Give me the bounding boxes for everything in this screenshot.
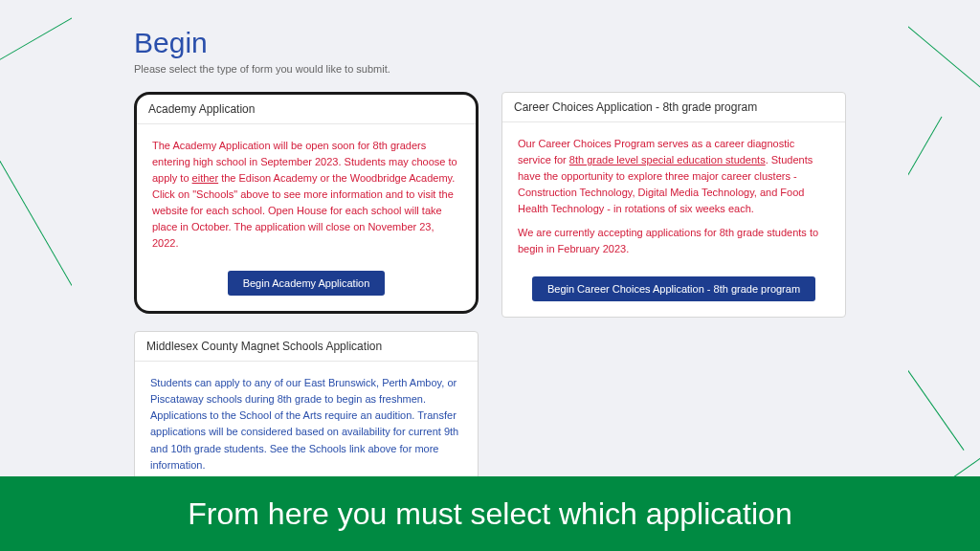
caption-text: From here you must select which applicat… (188, 496, 791, 532)
card-description: Students can apply to any of our East Br… (150, 375, 462, 473)
special-ed-link[interactable]: 8th grade level special education studen… (569, 154, 766, 165)
cards-grid: Academy Application The Academy Applicat… (72, 80, 908, 534)
card-title: Middlesex County Magnet Schools Applicat… (135, 332, 478, 362)
card-career-choices-application: Career Choices Application - 8th grade p… (501, 92, 846, 318)
card-academy-application: Academy Application The Academy Applicat… (134, 92, 479, 314)
card-description-2: We are currently accepting applications … (518, 225, 830, 257)
begin-career-choices-button[interactable]: Begin Career Choices Application - 8th g… (532, 276, 815, 301)
either-link[interactable]: either (192, 172, 219, 184)
card-description: Our Career Choices Program serves as a c… (518, 136, 830, 217)
caption-bar: From here you must select which applicat… (0, 476, 980, 551)
page-subtitle: Please select the type of form you would… (134, 63, 846, 75)
card-title: Career Choices Application - 8th grade p… (502, 93, 845, 122)
desc-text: the Edison Academy or the Woodbridge Aca… (152, 172, 455, 249)
card-description: The Academy Application will be open soo… (152, 138, 460, 252)
page-title: Begin (134, 27, 846, 59)
page-header: Begin Please select the type of form you… (72, 0, 908, 80)
begin-academy-application-button[interactable]: Begin Academy Application (228, 271, 386, 296)
card-title: Academy Application (137, 95, 476, 124)
content-area: Begin Please select the type of form you… (72, 0, 908, 551)
